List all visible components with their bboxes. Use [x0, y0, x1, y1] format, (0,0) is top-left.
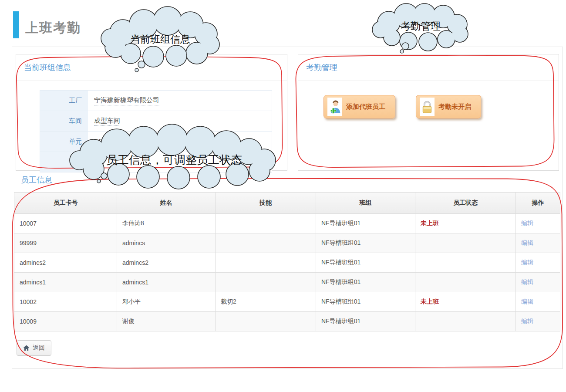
cell-name: 谢俊: [117, 312, 216, 331]
cell-card-no: admincs1: [14, 273, 117, 292]
edit-link[interactable]: 编辑: [521, 298, 533, 305]
table-row: admincs1admincs1NF导槽班组01编辑: [14, 273, 560, 292]
back-button[interactable]: 返回: [17, 340, 51, 356]
callout-attendance-text: 考勤管理: [401, 21, 441, 32]
cell-team: NF导槽班组01: [316, 292, 415, 312]
home-icon: [23, 345, 30, 351]
team-info-form: 工厂宁海建新橡塑有限公司车间成型车间单元NF导槽: [40, 90, 272, 172]
cell-status: [415, 273, 516, 292]
employee-table: 员工卡号姓名技能班组员工状态操作 10007李伟涛8NF导槽班组01未上班编辑9…: [14, 192, 560, 331]
edit-link[interactable]: 编辑: [521, 318, 533, 324]
cell-name: admincs1: [117, 273, 216, 292]
attendance-button[interactable]: 考勤未开启: [416, 95, 481, 118]
panel-attendance-title: 考勤管理: [298, 54, 559, 81]
cell-action: 编辑: [516, 292, 560, 312]
attendance-button-label: 添加代班员工: [346, 103, 385, 111]
column-header: 技能: [216, 193, 316, 214]
cell-name: admincs: [117, 233, 216, 253]
cell-team: NF导槽班组01: [316, 233, 415, 253]
cell-skill: [216, 233, 316, 253]
attendance-button[interactable]: 添加代班员工: [323, 95, 395, 118]
edit-link[interactable]: 编辑: [521, 220, 533, 226]
employee-table-header-row: 员工卡号姓名技能班组员工状态操作: [14, 193, 560, 214]
team-info-field-value-text: 宁海建新橡塑有限公司: [94, 96, 159, 105]
cell-action: 编辑: [516, 233, 560, 253]
edit-link[interactable]: 编辑: [521, 259, 533, 266]
column-header: 员工卡号: [14, 193, 117, 214]
cell-action: 编辑: [516, 312, 560, 331]
column-header: 班组: [316, 193, 415, 214]
attendance-buttons: 添加代班员工考勤未开启: [323, 95, 481, 118]
team-info-field-value: 宁海建新橡塑有限公司: [88, 91, 272, 111]
employee-section-title: 员工信息: [21, 175, 52, 185]
cell-status: [415, 253, 516, 273]
employee-table-body: 10007李伟涛8NF导槽班组01未上班编辑99999admincsNF导槽班组…: [14, 214, 560, 331]
cell-skill: [216, 253, 316, 273]
team-info-field-label: 车间: [40, 111, 88, 131]
panel-attendance: 考勤管理 添加代班员工考勤未开启: [298, 54, 559, 171]
team-info-field-value-text: 成型车间: [94, 117, 120, 126]
team-info-row: 工厂宁海建新橡塑有限公司: [40, 91, 272, 111]
cell-status: [415, 312, 516, 331]
cell-card-no: 10007: [14, 214, 117, 233]
cell-name: 李伟涛8: [117, 214, 216, 233]
column-header: 操作: [516, 193, 560, 214]
cell-card-no: admincs2: [14, 253, 117, 273]
team-info-row: 单元NF导槽: [40, 132, 272, 152]
team-info-field-value-text: NF导槽: [94, 137, 116, 146]
cell-action: 编辑: [516, 214, 560, 233]
annotation-cloud-attendance: 考勤管理: [372, 3, 468, 53]
cell-team: NF导槽班组01: [316, 312, 415, 331]
table-row: admincs2admincs2NF导槽班组01编辑: [14, 253, 560, 273]
team-info-field-value: [88, 152, 272, 172]
team-info-field-label: 单元: [40, 132, 88, 152]
callout-team-info-text: 当前班组信息: [130, 34, 190, 45]
table-row: 10007李伟涛8NF导槽班组01未上班编辑: [14, 214, 560, 233]
team-info-field-value: NF导槽: [88, 132, 272, 152]
lock-icon: [420, 98, 435, 116]
column-header: 员工状态: [415, 193, 516, 214]
cell-status: 未上班: [415, 214, 516, 233]
back-button-label: 返回: [33, 344, 45, 352]
cell-name: admincs2: [117, 253, 216, 273]
cell-name: 邓小平: [117, 292, 216, 312]
cell-skill: [216, 214, 316, 233]
edit-link[interactable]: 编辑: [521, 278, 533, 285]
panel-team-info: 当前班组信息 工厂宁海建新橡塑有限公司车间成型车间单元NF导槽: [16, 54, 287, 171]
cell-team: NF导槽班组01: [316, 273, 415, 292]
title-accent-bar: [13, 11, 19, 38]
cell-skill: 裁切2: [216, 292, 316, 312]
table-row: 10002邓小平裁切2NF导槽班组01未上班编辑: [14, 292, 560, 312]
table-row: 99999admincsNF导槽班组01编辑: [14, 233, 560, 253]
cell-action: 编辑: [516, 273, 560, 292]
edit-link[interactable]: 编辑: [521, 239, 533, 246]
cell-skill: [216, 273, 316, 292]
add-user-icon: [327, 98, 342, 116]
cell-skill: [216, 312, 316, 331]
status-badge: 未上班: [421, 220, 439, 226]
table-row: 10009谢俊NF导槽班组01编辑: [14, 312, 560, 331]
cell-status: 未上班: [415, 292, 516, 312]
page-title: 上班考勤: [25, 19, 81, 37]
team-info-row: [40, 152, 272, 172]
cell-action: 编辑: [516, 253, 560, 273]
team-info-row: 车间成型车间: [40, 111, 272, 132]
cell-card-no: 10009: [14, 312, 117, 331]
column-header: 姓名: [117, 193, 216, 214]
panel-team-info-title: 当前班组信息: [16, 54, 287, 81]
cell-card-no: 10002: [14, 292, 117, 312]
team-info-field-value: 成型车间: [88, 111, 272, 131]
status-badge: 未上班: [421, 298, 439, 305]
cell-status: [415, 233, 516, 253]
cell-team: NF导槽班组01: [316, 253, 415, 273]
team-info-field-label: 工厂: [40, 91, 88, 111]
cell-team: NF导槽班组01: [316, 214, 415, 233]
cell-card-no: 99999: [14, 233, 117, 253]
attendance-button-label: 考勤未开启: [438, 103, 471, 111]
team-info-field-label: [40, 152, 88, 172]
